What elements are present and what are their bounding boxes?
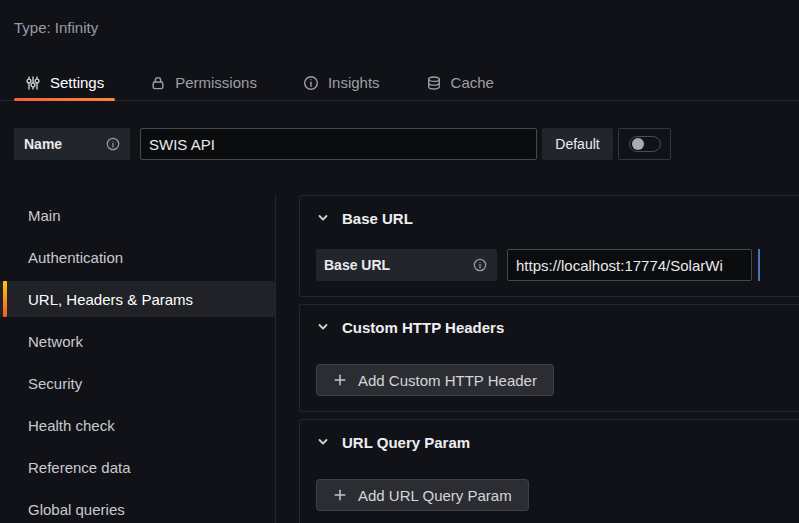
chevron-down-icon	[316, 435, 330, 449]
sidebar-item-network[interactable]: Network	[0, 323, 275, 359]
tab-insights[interactable]: Insights	[292, 65, 391, 100]
chevron-down-icon	[316, 211, 330, 225]
base-url-section: Base URL Base URL	[299, 195, 799, 297]
sidebar-item-security[interactable]: Security	[0, 365, 275, 401]
name-field-label: Name	[14, 128, 130, 160]
name-label-text: Name	[24, 136, 62, 152]
input-caret	[758, 249, 760, 281]
sidebar-item-url-headers-params[interactable]: URL, Headers & Params	[0, 281, 275, 317]
info-icon[interactable]	[106, 137, 120, 151]
info-icon[interactable]	[473, 258, 487, 272]
url-query-param-section: URL Query Param Add URL Query Param	[299, 419, 799, 523]
plus-icon	[333, 488, 347, 502]
sidebar-item-global-queries[interactable]: Global queries	[0, 491, 275, 523]
plus-icon	[333, 373, 347, 387]
base-url-field-label: Base URL	[316, 249, 497, 281]
url-query-param-section-header[interactable]: URL Query Param	[316, 429, 796, 455]
info-circle-icon	[303, 75, 319, 91]
add-button-label: Add Custom HTTP Header	[358, 372, 537, 389]
custom-http-headers-section: Custom HTTP Headers Add Custom HTTP Head…	[299, 304, 799, 412]
sidebar-item-health-check[interactable]: Health check	[0, 407, 275, 443]
default-label-text: Default	[555, 136, 599, 152]
tab-cache[interactable]: Cache	[415, 65, 505, 100]
settings-sidebar: Main Authentication URL, Headers & Param…	[0, 195, 276, 523]
database-icon	[426, 75, 442, 91]
tab-permissions[interactable]: Permissions	[139, 65, 268, 100]
base-url-input[interactable]	[507, 249, 752, 281]
custom-http-headers-section-header[interactable]: Custom HTTP Headers	[316, 314, 796, 340]
toggle-knob	[632, 138, 644, 150]
sidebar-item-reference-data[interactable]: Reference data	[0, 449, 275, 485]
sidebar-item-authentication[interactable]: Authentication	[0, 239, 275, 275]
default-label: Default	[542, 128, 613, 160]
section-title: URL Query Param	[342, 434, 470, 451]
name-field-row: Name Default	[14, 128, 671, 160]
lock-icon	[150, 75, 166, 91]
chevron-down-icon	[316, 320, 330, 334]
name-input[interactable]	[140, 128, 537, 160]
tab-label: Cache	[451, 74, 494, 91]
settings-main-pane: Base URL Base URL Custom HTTP Headers	[299, 195, 799, 523]
add-custom-http-header-button[interactable]: Add Custom HTTP Header	[316, 364, 554, 396]
tab-label: Insights	[328, 74, 380, 91]
tab-bar: Settings Permissions Insights Cache	[0, 65, 799, 101]
default-toggle-container	[618, 128, 671, 160]
add-button-label: Add URL Query Param	[358, 487, 512, 504]
tab-label: Permissions	[175, 74, 257, 91]
base-url-label-text: Base URL	[324, 257, 390, 273]
tab-settings[interactable]: Settings	[14, 65, 115, 100]
settings-content: Main Authentication URL, Headers & Param…	[0, 195, 799, 523]
tab-label: Settings	[50, 74, 104, 91]
datasource-type-label: Type: Infinity	[14, 19, 98, 36]
default-toggle[interactable]	[629, 136, 661, 152]
base-url-field-row: Base URL	[316, 249, 796, 281]
section-title: Custom HTTP Headers	[342, 319, 504, 336]
add-url-query-param-button[interactable]: Add URL Query Param	[316, 479, 529, 511]
sliders-icon	[25, 75, 41, 91]
base-url-section-header[interactable]: Base URL	[316, 205, 796, 231]
section-title: Base URL	[342, 210, 413, 227]
sidebar-item-main[interactable]: Main	[0, 197, 275, 233]
